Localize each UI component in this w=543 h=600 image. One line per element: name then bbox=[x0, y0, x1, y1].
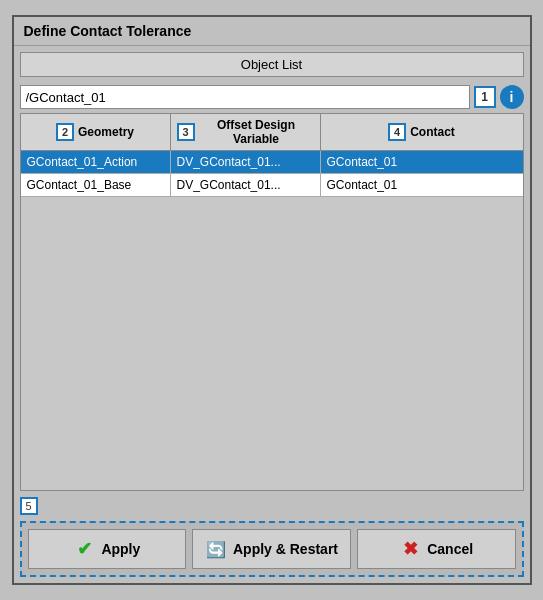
table-row[interactable]: GContact_01_Action DV_GContact_01... GCo… bbox=[21, 151, 523, 174]
bottom-buttons-panel: ✔ Apply 🔄 Apply & Restart ✖ Cancel bbox=[20, 521, 524, 577]
cancel-button[interactable]: ✖ Cancel bbox=[357, 529, 516, 569]
search-input[interactable] bbox=[20, 85, 470, 109]
cell-offset-0: DV_GContact_01... bbox=[171, 151, 321, 173]
badge-3: 3 bbox=[177, 123, 195, 141]
table-empty-space bbox=[21, 344, 523, 491]
cell-contact-1: GContact_01 bbox=[321, 174, 523, 196]
cancel-x-icon: ✖ bbox=[399, 538, 421, 560]
col-geometry-label: Geometry bbox=[78, 125, 134, 139]
cell-geometry-1: GContact_01_Base bbox=[21, 174, 171, 196]
cancel-label: Cancel bbox=[427, 541, 473, 557]
badge-2: 2 bbox=[56, 123, 74, 141]
col-offset-label: Offset Design Variable bbox=[199, 118, 314, 146]
apply-button[interactable]: ✔ Apply bbox=[28, 529, 187, 569]
col-header-offset: 3 Offset Design Variable bbox=[171, 114, 321, 150]
object-list-header: Object List bbox=[20, 52, 524, 77]
info-button[interactable]: i bbox=[500, 85, 524, 109]
table-row[interactable]: GContact_01_Base DV_GContact_01... GCont… bbox=[21, 174, 523, 197]
restart-icon: 🔄 bbox=[205, 538, 227, 560]
search-row: 1 i bbox=[20, 85, 524, 109]
col-contact-label: Contact bbox=[410, 125, 455, 139]
col-header-contact: 4 Contact bbox=[321, 114, 523, 150]
badge-5: 5 bbox=[20, 497, 38, 515]
table-header: 2 Geometry 3 Offset Design Variable 4 Co… bbox=[21, 114, 523, 151]
badge-1: 1 bbox=[474, 86, 496, 108]
dialog-title: Define Contact Tolerance bbox=[14, 17, 530, 46]
apply-restart-button[interactable]: 🔄 Apply & Restart bbox=[192, 529, 351, 569]
apply-check-icon: ✔ bbox=[73, 538, 95, 560]
cell-offset-1: DV_GContact_01... bbox=[171, 174, 321, 196]
apply-label: Apply bbox=[101, 541, 140, 557]
apply-restart-label: Apply & Restart bbox=[233, 541, 338, 557]
badge5-row: 5 bbox=[20, 497, 524, 515]
cell-geometry-0: GContact_01_Action bbox=[21, 151, 171, 173]
table-area: 2 Geometry 3 Offset Design Variable 4 Co… bbox=[20, 113, 524, 491]
badge-4: 4 bbox=[388, 123, 406, 141]
dialog-window: Define Contact Tolerance Object List 1 i… bbox=[12, 15, 532, 585]
table-body: GContact_01_Action DV_GContact_01... GCo… bbox=[21, 151, 523, 344]
col-header-geometry: 2 Geometry bbox=[21, 114, 171, 150]
cell-contact-0: GContact_01 bbox=[321, 151, 523, 173]
